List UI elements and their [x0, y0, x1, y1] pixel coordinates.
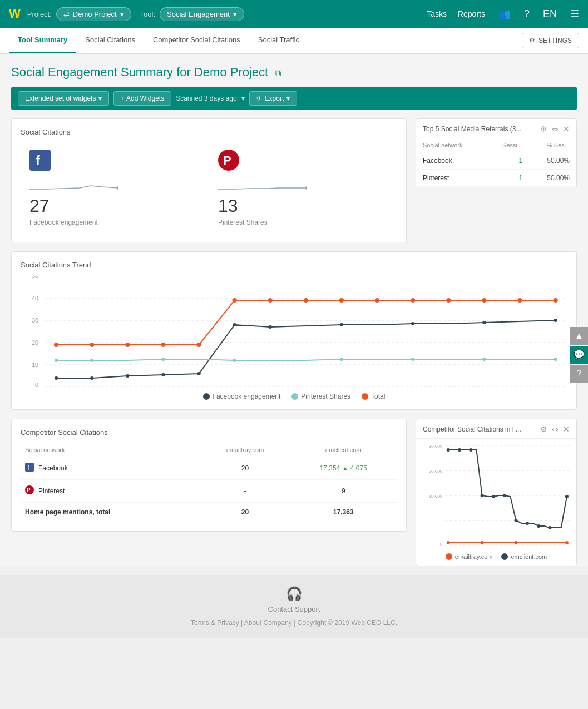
legend-fb-label: Facebook engagement	[213, 393, 281, 400]
tool-label: Tool:	[140, 10, 155, 18]
col-network: Social network	[416, 138, 486, 152]
settings-button[interactable]: ⚙ SETTINGS	[522, 33, 579, 48]
nav-tasks[interactable]: Tasks	[427, 9, 447, 18]
comp-close-icon[interactable]: ✕	[563, 425, 570, 434]
widgets-dropdown-icon: ▾	[98, 95, 102, 102]
top-social-card: Top 5 Social Media Referrals (3... ⚙ ⇔ ✕…	[416, 118, 577, 187]
svg-point-36	[161, 373, 165, 376]
svg-point-38	[233, 323, 236, 326]
table-row: Facebook 1 50.00%	[416, 152, 576, 170]
svg-point-41	[411, 322, 414, 325]
close-icon[interactable]: ✕	[563, 125, 570, 133]
svg-point-73	[537, 524, 540, 528]
network-cell: f Facebook	[21, 457, 201, 480]
tool-selector[interactable]: Social Engagement ▾	[160, 7, 244, 21]
social-citations-title: Social Citations	[21, 128, 397, 136]
svg-point-39	[269, 325, 272, 329]
nav-reports[interactable]: Reports	[458, 9, 485, 18]
facebook-item: f 27 Facebook engagement	[21, 143, 209, 233]
trend-title: Social Citations Trend	[21, 261, 567, 269]
top-social-table: Social network Sessi... % Ses... Faceboo…	[416, 138, 576, 187]
svg-point-66	[458, 448, 461, 452]
svg-point-50	[482, 358, 486, 361]
svg-point-46	[161, 358, 165, 361]
scroll-up-btn[interactable]: ▲	[570, 327, 588, 345]
chat-btn[interactable]: 💬	[570, 346, 588, 364]
svg-text:P: P	[223, 153, 231, 167]
svg-text:30,000: 30,000	[429, 445, 443, 449]
page-title-prefix: Social Engagement Summary for	[11, 65, 194, 79]
total-label: Home page mentions, total	[21, 503, 201, 522]
svg-point-42	[482, 321, 486, 324]
comp-expand-icon[interactable]: ⇔	[552, 425, 559, 434]
comp-settings-icon[interactable]: ⚙	[540, 425, 547, 434]
comp-chart-legend: emailtray.com emclient.com	[416, 553, 576, 566]
help-icon[interactable]: ?	[524, 8, 530, 20]
svg-point-34	[90, 376, 93, 380]
emclient-legend-dot	[501, 553, 508, 560]
facebook-sparkline	[29, 180, 200, 191]
support-label[interactable]: Contact Support	[268, 605, 320, 613]
svg-text:0: 0	[35, 382, 38, 387]
svg-point-23	[232, 298, 237, 303]
header: W Project: ⇄ Demo Project ▾ Tool: Social…	[0, 0, 588, 28]
social-citations-card: Social Citations f	[11, 118, 407, 242]
pct-cell: 50.00%	[529, 152, 576, 170]
export-btn[interactable]: ✈ Export ▾	[249, 91, 298, 106]
settings-card-icon[interactable]: ⚙	[540, 125, 547, 133]
svg-point-77	[481, 541, 484, 544]
logo: W	[9, 7, 21, 21]
menu-icon[interactable]: ☰	[570, 8, 579, 20]
add-widgets-btn[interactable]: + Add Widgets	[113, 91, 171, 106]
comp-legend-emailtray: emailtray.com	[446, 553, 493, 560]
total-emclient: 17,363	[289, 503, 397, 522]
svg-point-40	[340, 323, 343, 326]
sessions-cell: 1	[486, 170, 529, 187]
project-selector[interactable]: ⇄ Demo Project ▾	[56, 7, 131, 21]
scanned-text: Scanned 3 days ago	[176, 95, 236, 102]
tab-competitor-social-citations[interactable]: Competitor Social Citations	[144, 28, 249, 53]
svg-point-25	[304, 298, 309, 303]
svg-point-33	[55, 376, 58, 380]
users-icon[interactable]: 👥	[498, 8, 511, 20]
comp-chart-title: Competitor Social Citations in F...	[423, 425, 540, 433]
pinterest-icon: P	[218, 150, 388, 176]
svg-point-68	[481, 494, 484, 497]
tab-tool-summary[interactable]: Tool Summary	[9, 28, 76, 53]
sessions-cell: 1	[486, 152, 529, 170]
emclient-val: 17,354 ▲ 4,075	[289, 457, 397, 480]
export-dropdown-icon: ▾	[286, 95, 290, 102]
tool-name: Social Engagement	[167, 10, 230, 18]
comp-col-emailtray: emailtray.com	[201, 443, 290, 457]
widgets-btn[interactable]: Extended set of widgets ▾	[18, 91, 109, 106]
help-float-btn[interactable]: ?	[570, 365, 588, 383]
tabs-bar: Tool Summary Social Citations Competitor…	[0, 28, 588, 54]
expand-icon[interactable]: ⇔	[552, 125, 559, 133]
top-social-icons: ⚙ ⇔ ✕	[540, 125, 570, 133]
export-label: Export	[265, 95, 284, 102]
network-cell: Facebook	[416, 152, 486, 170]
lang-selector[interactable]: EN	[543, 8, 557, 20]
settings-label: SETTINGS	[538, 37, 572, 44]
svg-point-49	[411, 358, 414, 361]
svg-point-71	[514, 519, 517, 522]
svg-point-18	[54, 343, 59, 347]
svg-text:P: P	[27, 487, 31, 493]
svg-text:10: 10	[32, 362, 38, 368]
copy-icon[interactable]: ⧉	[275, 68, 281, 78]
svg-point-27	[375, 298, 380, 303]
comp-chart-area: 30,000 20,000 10,000 0	[416, 439, 576, 550]
tab-social-traffic[interactable]: Social Traffic	[249, 28, 308, 53]
scanned-dropdown-icon: ▾	[241, 95, 245, 102]
svg-point-48	[340, 358, 343, 361]
svg-point-31	[517, 298, 522, 303]
network-cell: Pinterest	[416, 170, 486, 187]
svg-text:40: 40	[32, 295, 38, 301]
svg-point-78	[514, 541, 517, 544]
project-icon: ⇄	[63, 10, 70, 18]
tab-social-citations[interactable]: Social Citations	[76, 28, 144, 53]
svg-text:f: f	[36, 153, 41, 168]
legend-fb-dot	[203, 393, 210, 400]
svg-point-74	[548, 526, 551, 529]
legend-pinterest: Pinterest Shares	[291, 393, 350, 400]
